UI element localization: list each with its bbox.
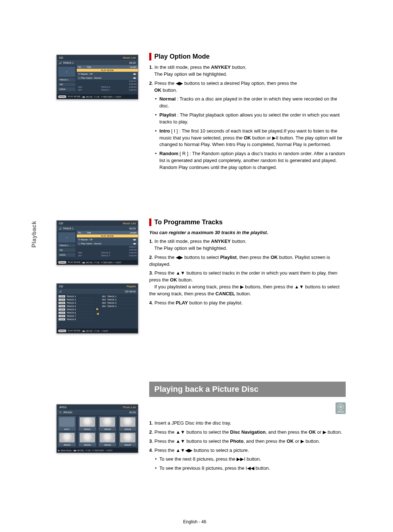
- ss-sub-right: 01/15: [129, 62, 136, 64]
- jpeg-badge-icon: JPEG: [336, 402, 346, 414]
- section-bar-picture-disc: Playing back a Picture Disc: [149, 382, 346, 397]
- step-3: 3. Press the ▲▼ buttons to select tracks…: [149, 270, 346, 297]
- screenshot-cd-playmode-2: CDMusic List 🔊 TRACK 101/15 ♪ TRACK 1 TR…: [56, 220, 138, 265]
- page-footer: English - 46: [44, 519, 346, 524]
- sidebar-tab-playback: Playback: [31, 221, 37, 248]
- album-art-placeholder: ♪: [58, 67, 75, 77]
- playlist-dest: 001TRACK 1002TRACK 2003TRACK 3004TRACK 4: [100, 294, 138, 328]
- step-2: 2. Press the ▲▼ buttons to select the Di…: [149, 429, 346, 436]
- bullet-intro: Intro [ I ] : The first 10 seconds of ea…: [159, 128, 346, 149]
- left-track: TRACK 1: [58, 78, 75, 82]
- table-header: No.TitleLength: [77, 65, 138, 69]
- left-chip: CDDA: [58, 87, 75, 91]
- screenshot-playlist: CDPlaylist 🔊 OD 04/15 CDDATRACK 1CDDATRA…: [56, 283, 138, 334]
- repeat-row: ↻ Repeat : Off◀▶: [77, 72, 138, 76]
- bullet-next8: To see the next 8 pictures, press the ▶▶…: [159, 456, 346, 463]
- bullet-random: Random [ R ] : The Random option plays a…: [159, 150, 346, 171]
- bullet-normal: Normal : Tracks on a disc are played in …: [159, 96, 346, 110]
- step-4: 4. Press the PLAY button to play the pla…: [149, 300, 346, 307]
- step-2: 2. Press the ◀▶ buttons to select Playli…: [149, 254, 346, 268]
- step-3: 3. Press the ▲▼ buttons to select the Ph…: [149, 438, 346, 445]
- playlist-source: CDDATRACK 1CDDATRACK 2CDDATRACK 3CDDATRA…: [57, 294, 95, 328]
- screenshot-jpeg: JPEGPhoto List 📷 JPEG0101/10 ROOTJPEG01J…: [56, 404, 138, 453]
- note-max-tracks: You can register a maximum 30 tracks in …: [149, 230, 346, 235]
- step-1: 1. Insert a JPEG Disc into the disc tray…: [149, 420, 346, 427]
- bullet-playlist: Playlist : The Playlist playback option …: [159, 112, 346, 126]
- ss-title-left: CD: [59, 56, 63, 59]
- jpeg-thumb-grid: ROOTJPEG01JPEG02JPEG03JPEG04JPEG05JPEG06…: [57, 415, 138, 448]
- playmode-bar: PLAY MODE: [77, 69, 138, 72]
- ss-sub-left: 🔊 TRACK 1: [59, 62, 74, 64]
- heading-play-option: Play Option Mode: [149, 53, 346, 60]
- step-2: 2. Press the ◀▶ buttons to select a desi…: [149, 80, 346, 94]
- ss-footer: Anykey PLAY MODE ◀▶ MOVE ⏎ OK ↶ RETURN ⤳…: [57, 94, 138, 99]
- ss-title-right: Music List: [123, 56, 136, 59]
- step-4: 4. Press the ▲▼◀▶ buttons to select a pi…: [149, 447, 346, 454]
- playlist-arrows: ▶◀: [95, 294, 100, 328]
- left-track: TR/: [58, 83, 75, 86]
- heading-programme-tracks: To Programme Tracks: [149, 218, 346, 226]
- screenshot-cd-playmode: CDMusic List 🔊 TRACK 101/15 ♪ TRACK 1 TR…: [56, 55, 138, 99]
- step-1: 1. In the still mode, press the ANYKEY b…: [149, 64, 346, 78]
- bullet-prev8: To see the previous 8 pictures, press th…: [159, 465, 346, 472]
- step-1: 1. In the still mode, press the ANYKEY b…: [149, 238, 346, 252]
- playoption-row: ▢ Play Option : Normal◀▶: [77, 76, 138, 80]
